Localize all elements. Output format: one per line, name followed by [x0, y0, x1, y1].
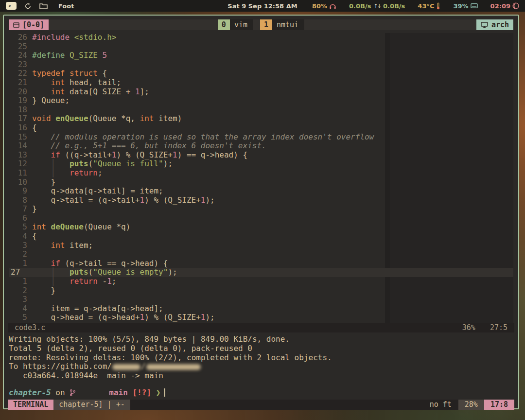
tmux-status-bar: [0-0] 0vim1nmtui arch — [9, 19, 513, 30]
terminal-buffer-statusline: TERMINAL chapter-5] | +- no ft 28% 17:8 — [8, 400, 514, 410]
window-icon — [13, 22, 19, 28]
volume-value: 80% — [312, 2, 327, 10]
terminal-output-line: Total 5 (delta 2), reused 0 (delta 0), p… — [9, 344, 513, 353]
code-line[interactable]: 1 │ return -1; — [9, 277, 513, 286]
scroll-percent-chip: 28% — [458, 400, 484, 410]
code-line[interactable]: 25 — [9, 42, 513, 52]
statusline-scroll-percent: 36% — [462, 323, 475, 332]
code-line[interactable]: 17void enQueue(Queue *q, int item) — [9, 114, 513, 123]
timer-value: 02:09 — [490, 2, 510, 10]
thermometer-icon — [436, 2, 440, 10]
terminal-app-icon[interactable]: >_ — [6, 2, 17, 10]
redacted-repo-name — [146, 364, 201, 370]
code-line[interactable]: 22typedef struct { — [9, 69, 513, 78]
prompt-symbol: ❯ — [156, 388, 161, 397]
monitor-icon — [481, 22, 488, 28]
moon-phase-icon — [512, 2, 519, 9]
disk-usage-value: 39% — [453, 2, 468, 10]
text-cursor — [164, 388, 165, 397]
updown-arrows-icon: ↑↓ — [373, 3, 380, 9]
code-line[interactable]: 3 — [9, 295, 513, 304]
tmux-host-label: arch — [491, 20, 509, 29]
code-line[interactable]: 7} — [9, 205, 513, 214]
code-line[interactable]: 2 } — [9, 286, 513, 296]
prompt-separator: on — [55, 388, 65, 397]
headphones-icon — [329, 3, 336, 9]
code-line[interactable]: 5 q->head = (q->head+1) % (Q_SIZE+1); — [9, 313, 513, 322]
temperature-value: 43°C — [418, 2, 434, 10]
terminal-output-line: remote: Resolving deltas: 100% (2/2), co… — [9, 353, 513, 363]
tmux-session-label: [0-0] — [22, 20, 44, 29]
net-up-value: 0.0B/s — [383, 2, 405, 10]
prompt-git-status: [!?] — [132, 388, 151, 397]
statusline-filename: code3.c — [15, 323, 45, 332]
prompt-directory: chapter-5 — [9, 388, 51, 397]
tmux-window-tab-vim[interactable]: 0vim — [218, 19, 253, 30]
vim-statusline: code3.c 36% 27:5 — [8, 323, 514, 332]
mode-indicator: TERMINAL — [8, 400, 53, 410]
vim-editor[interactable]: 26#include <stdio.h>2524#define Q_SIZE 5… — [9, 33, 513, 323]
code-line[interactable]: 11 │ return; — [9, 169, 513, 178]
redacted-username — [112, 364, 140, 370]
code-line[interactable]: 8 q->tail = (q->tail+1) % (Q_SIZE+1); — [9, 196, 513, 205]
tmux-host-chip: arch — [476, 19, 513, 30]
code-line[interactable]: 15 // modulus operation is used so that … — [9, 133, 513, 142]
code-line[interactable]: 5int deQueue(Queue *q) — [9, 223, 513, 232]
filetype-indicator: no ft — [430, 400, 452, 409]
code-line[interactable]: 4{ — [9, 232, 513, 241]
code-line[interactable]: 18 — [9, 105, 513, 115]
terminal-window: [0-0] 0vim1nmtui arch 26#include <stdio.… — [3, 15, 519, 409]
code-line[interactable]: 10 } — [9, 178, 513, 187]
folder-icon[interactable] — [39, 3, 48, 9]
terminal-output-line: Writing objects: 100% (5/5), 849 bytes |… — [9, 335, 513, 344]
code-line[interactable]: 19} Queue; — [9, 96, 513, 105]
code-line[interactable]: 12 │ puts("Queue is full"); — [9, 159, 513, 169]
net-down-value: 0.0B/s — [349, 2, 371, 10]
buffer-path-segment: chapter-5] | +- — [53, 400, 130, 410]
tmux-window-list: 0vim1nmtui — [9, 19, 513, 30]
terminal-pane[interactable]: Writing objects: 100% (5/5), 849 bytes |… — [9, 332, 513, 398]
code-line[interactable]: 13 if ((q->tail+1) % (Q_SIZE+1) == q->he… — [9, 151, 513, 160]
code-line[interactable]: 1 if (q->tail == q->head) { — [9, 259, 513, 268]
code-line[interactable]: 23 — [9, 60, 513, 70]
statusline-cursor-position: 27:5 — [490, 323, 508, 332]
system-top-bar: >_ Foot Sat 9 Sep 12:58 AM 80% 0.0B/s ↑↓… — [0, 0, 525, 12]
code-line[interactable]: 26#include <stdio.h> — [9, 33, 513, 42]
code-line[interactable]: 21 int head, tail; — [9, 78, 513, 88]
focused-app-name: Foot — [58, 2, 74, 10]
code-line[interactable]: 16{ — [9, 123, 513, 133]
code-line[interactable]: 2 — [9, 250, 513, 259]
code-line[interactable]: 3 int item; — [9, 241, 513, 250]
code-line-current[interactable]: 27 │ puts("Queue is empty"); — [9, 268, 513, 277]
code-line[interactable]: 9 q->data[q->tail] = item; — [9, 187, 513, 196]
shell-prompt[interactable]: chapter-5 on main [!?] ❯ — [9, 387, 513, 398]
code-line[interactable]: 14 // e.g., 5+1 === 6, but index 6 doesn… — [9, 141, 513, 151]
tmux-window-tab-nmtui[interactable]: 1nmtui — [260, 19, 304, 30]
power-icon[interactable] — [24, 2, 32, 10]
tmux-session-chip[interactable]: [0-0] — [9, 19, 49, 30]
cursor-position-chip: 17:8 — [484, 400, 514, 410]
code-lines: 26#include <stdio.h>2524#define Q_SIZE 5… — [9, 33, 513, 322]
code-line[interactable]: 6 — [9, 214, 513, 223]
prompt-git-branch: main — [109, 388, 128, 397]
code-line[interactable]: 4 item = q->data[q->head]; — [9, 304, 513, 314]
code-line[interactable]: 20 int data[Q_SIZE + 1]; — [9, 88, 513, 97]
code-line[interactable]: 24#define Q_SIZE 5 — [9, 51, 513, 60]
disk-icon — [471, 3, 478, 9]
